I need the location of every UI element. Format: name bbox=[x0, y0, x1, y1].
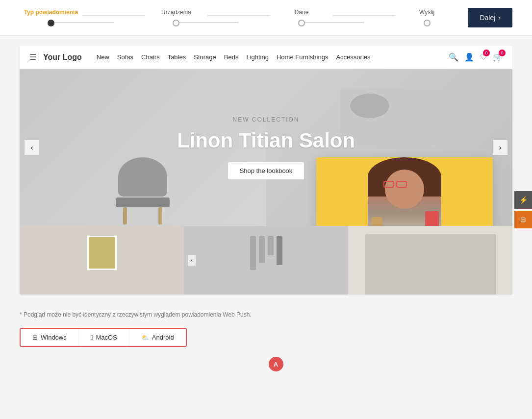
lightning-button[interactable]: ⚡ bbox=[514, 191, 532, 209]
thumb-item-3[interactable] bbox=[348, 226, 512, 295]
thumb-prev-arrow[interactable]: ‹ bbox=[188, 255, 196, 266]
pillow bbox=[350, 94, 389, 118]
nav-lighting[interactable]: Lighting bbox=[246, 53, 269, 61]
book-icon: ⊟ bbox=[520, 216, 526, 223]
windows-label: Windows bbox=[41, 334, 67, 341]
step-3-label: Dane bbox=[295, 9, 309, 16]
nav-storage[interactable]: Storage bbox=[194, 53, 216, 61]
next-button[interactable]: Dalej › bbox=[468, 8, 512, 27]
step-2-dot bbox=[173, 20, 179, 26]
chair-seat bbox=[116, 197, 170, 207]
person-face bbox=[385, 170, 424, 209]
next-button-label: Dalej bbox=[480, 14, 495, 22]
notification-person-bg bbox=[316, 157, 493, 226]
platform-tabs: ⊞ Windows  MacOS ⛅ Android bbox=[20, 328, 187, 347]
hero-title: Linon Titian Salon bbox=[177, 129, 355, 152]
bottle-4 bbox=[277, 236, 282, 265]
notification-header-image bbox=[316, 157, 493, 226]
step-2-label: Urządzenia bbox=[161, 9, 191, 16]
apple-icon:  bbox=[91, 334, 93, 341]
person-illustration bbox=[368, 162, 441, 226]
thumb-item-1[interactable] bbox=[20, 226, 184, 295]
book-button[interactable]: ⊟ bbox=[514, 211, 532, 228]
nav-icons: 🔍 👤 ♡ 0 🛒 0 bbox=[449, 52, 503, 62]
step-1-label: Typ powiadomienia bbox=[24, 9, 78, 16]
nav-sofas[interactable]: Sofas bbox=[117, 53, 133, 61]
nav-links: New Sofas Chairs Tables Storage Beds Lig… bbox=[97, 53, 449, 61]
person-glasses bbox=[383, 181, 407, 188]
wishlist-badge: 0 bbox=[483, 49, 490, 56]
nav-accessories[interactable]: Accessories bbox=[336, 53, 370, 61]
nav-new[interactable]: New bbox=[97, 53, 109, 61]
step-3-dot bbox=[298, 20, 305, 26]
wizard-step-2[interactable]: Urządzenia bbox=[145, 9, 208, 26]
notification-popup: Google Chrome 🔔 Web Push Przykładowa tre… bbox=[316, 157, 493, 226]
thumb-bottles bbox=[184, 236, 348, 270]
cart-icon[interactable]: 🛒 0 bbox=[493, 52, 503, 62]
hero-section: NEW COLLECTION Linon Titian Salon Shop t… bbox=[20, 69, 512, 226]
bottle-3 bbox=[268, 236, 274, 255]
chair-leg-right bbox=[158, 207, 162, 224]
step-4-dot bbox=[424, 20, 431, 26]
account-icon[interactable]: 👤 bbox=[464, 52, 474, 62]
hero-cta-button[interactable]: Shop the lookbook bbox=[228, 162, 304, 179]
next-button-icon: › bbox=[498, 14, 501, 22]
nav-tables[interactable]: Tables bbox=[168, 53, 186, 61]
hamburger-icon[interactable]: ☰ bbox=[29, 52, 36, 62]
wizard-step-1[interactable]: Typ powiadomienia bbox=[20, 9, 82, 26]
wishlist-icon[interactable]: ♡ 0 bbox=[480, 52, 487, 62]
tab-windows[interactable]: ⊞ Windows bbox=[21, 329, 79, 346]
hero-prev-button[interactable]: ‹ bbox=[25, 140, 39, 155]
store-nav: ☰ Your Logo New Sofas Chairs Tables Stor… bbox=[20, 46, 512, 69]
search-icon[interactable]: 🔍 bbox=[449, 52, 458, 62]
cart-badge: 0 bbox=[499, 49, 506, 56]
wizard-bar: Typ powiadomienia Urządzenia Dane Wyślij… bbox=[0, 0, 532, 36]
lightning-icon: ⚡ bbox=[519, 196, 528, 204]
disclaimer-text: * Podgląd może nie być identyczny z rzec… bbox=[0, 304, 532, 323]
bottle-2 bbox=[259, 236, 265, 263]
thumb-bg-3 bbox=[365, 234, 496, 295]
wizard-steps: Typ powiadomienia Urządzenia Dane Wyślij bbox=[20, 9, 458, 26]
store-logo: Your Logo bbox=[43, 53, 82, 62]
chair-back bbox=[118, 157, 167, 197]
android-label: Android bbox=[152, 334, 174, 341]
macos-label: MacOS bbox=[96, 334, 117, 341]
hero-next-button[interactable]: › bbox=[493, 140, 507, 155]
preview-card: ☰ Your Logo New Sofas Chairs Tables Stor… bbox=[20, 46, 512, 295]
step-4-label: Wyślij bbox=[419, 9, 434, 16]
thumb-painting bbox=[87, 236, 117, 270]
wizard-step-4[interactable]: Wyślij bbox=[396, 9, 458, 26]
hero-subtitle: NEW COLLECTION bbox=[177, 116, 355, 123]
right-sidebar-icons: ⚡ ⊟ bbox=[514, 191, 532, 228]
bottle-1 bbox=[250, 236, 256, 270]
thumbnail-row: ‹ bbox=[20, 226, 512, 295]
avatar-container: A bbox=[0, 357, 532, 376]
step-connector-2 bbox=[207, 15, 270, 16]
tab-android[interactable]: ⛅ Android bbox=[129, 329, 186, 346]
main-preview-area: ☰ Your Logo New Sofas Chairs Tables Stor… bbox=[0, 36, 532, 304]
android-icon: ⛅ bbox=[141, 334, 149, 341]
person-phone bbox=[425, 211, 439, 226]
step-connector-1 bbox=[82, 15, 145, 16]
step-1-dot bbox=[48, 20, 54, 26]
chair-shape bbox=[113, 157, 172, 221]
wizard-step-3[interactable]: Dane bbox=[270, 9, 333, 26]
nav-chairs[interactable]: Chairs bbox=[141, 53, 160, 61]
chair-leg-left bbox=[123, 207, 127, 224]
person-cup bbox=[372, 217, 382, 226]
nav-beds[interactable]: Beds bbox=[224, 53, 239, 61]
thumb-item-2[interactable]: ‹ bbox=[184, 226, 348, 295]
tab-macos[interactable]:  MacOS bbox=[79, 329, 129, 346]
windows-icon: ⊞ bbox=[32, 334, 38, 341]
step-connector-3 bbox=[333, 15, 396, 16]
avatar-button[interactable]: A bbox=[269, 357, 283, 371]
nav-home-furnishings[interactable]: Home Furnishings bbox=[277, 53, 329, 61]
